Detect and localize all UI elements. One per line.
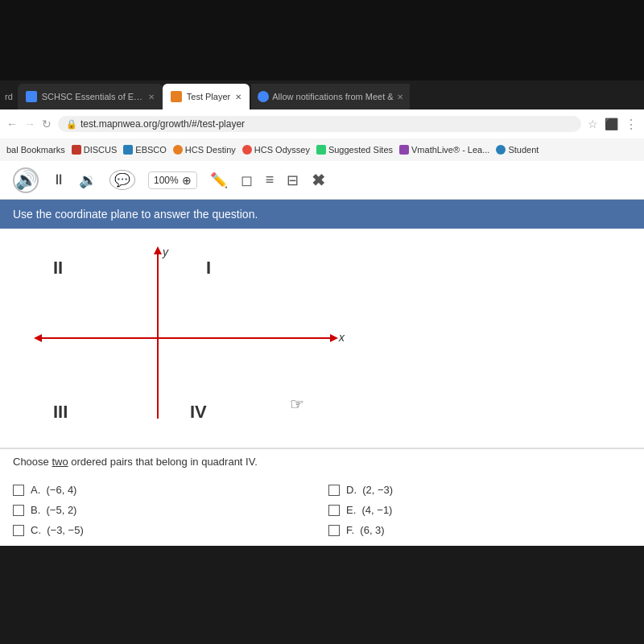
pencil-icon[interactable]: ✏️	[210, 171, 228, 189]
nav-refresh-icon[interactable]: ↻	[42, 118, 52, 130]
tab-notification-close[interactable]: ✕	[397, 93, 403, 101]
bookmark-vmathlive[interactable]: VmathLive® - Lea...	[399, 145, 489, 155]
bookmark-student-icon	[496, 145, 506, 155]
svg-marker-3	[330, 334, 338, 342]
tab-notification-label: Allow notifications from Meet &	[272, 92, 393, 101]
bookmark-star-icon[interactable]: ☆	[588, 118, 598, 130]
checkbox-E[interactable]	[328, 505, 340, 516]
tab-testplayer[interactable]: Test Player ✕	[163, 84, 250, 109]
tab-schsc-label: SCHSC Essentials of English 2	[42, 92, 143, 101]
bookmark-hcs-destiny-label: HCS Destiny	[185, 145, 236, 155]
lock-icon: 🔒	[66, 119, 77, 130]
bookmark-student[interactable]: Student	[496, 145, 539, 155]
tab-schsc-favicon	[26, 91, 37, 102]
top-dark-area	[0, 0, 644, 80]
checkbox-C[interactable]	[13, 525, 24, 536]
choice-B: B. (−5, 2)	[13, 504, 316, 516]
nav-back-icon[interactable]: ←	[6, 118, 18, 130]
question-body-suffix: ordered pairs that belong in quadrant IV…	[68, 456, 258, 468]
quadrant-II-label: II	[53, 258, 63, 279]
eraser-icon[interactable]: ◻	[241, 171, 253, 189]
y-axis-label: y	[162, 246, 169, 258]
choice-A-label: A. (−6, 4)	[31, 484, 76, 496]
choice-B-label: B. (−5, 2)	[31, 504, 76, 516]
bookmark-discus[interactable]: DISCUS	[72, 145, 118, 155]
bookmark-bookmarks-label: bal Bookmarks	[6, 145, 65, 155]
bookmark-discus-icon	[72, 145, 81, 155]
choice-E: E. (4, −1)	[328, 504, 631, 516]
bookmark-hcs-odyssey-icon	[242, 145, 252, 155]
bookmark-suggested-sites-icon	[316, 145, 326, 155]
tab-testplayer-favicon	[171, 91, 182, 102]
bookmark-student-label: Student	[508, 145, 539, 155]
checkbox-B[interactable]	[13, 505, 24, 516]
close-x-icon[interactable]: ✖	[312, 171, 325, 190]
choice-C: C. (−3, −5)	[13, 524, 316, 536]
choice-F: F. (6, 3)	[328, 524, 631, 536]
x-axis-label: x	[338, 331, 345, 344]
choices-left-col: A. (−6, 4) B. (−5, 2) C. (−3, −5)	[13, 484, 316, 536]
checkbox-D[interactable]	[328, 485, 340, 496]
bookmark-bookmarks[interactable]: bal Bookmarks	[6, 145, 65, 155]
bookmark-suggested-sites-label: Suggested Sites	[328, 145, 393, 155]
url-input[interactable]	[80, 118, 573, 130]
tab-notification-favicon	[258, 91, 269, 102]
content-area: Use the coordinate plane to answer the q…	[0, 200, 644, 546]
tab-bar: rd SCHSC Essentials of English 2 ✕ Test …	[0, 80, 644, 109]
grid-icon[interactable]: ⊟	[287, 171, 299, 189]
menu-icon[interactable]: ⋮	[625, 117, 638, 132]
bookmark-suggested-sites[interactable]: Suggested Sites	[316, 145, 393, 155]
coordinate-plane: y x II I III IV	[29, 242, 367, 435]
zoom-value: 100%	[154, 175, 179, 186]
question-body-prefix: Choose	[13, 456, 52, 468]
extensions-icon[interactable]: ⬛	[605, 118, 618, 130]
question-header-text: Use the coordinate plane to answer the q…	[13, 208, 258, 221]
zoom-plus-icon[interactable]: ⊕	[182, 174, 192, 187]
choice-C-label: C. (−3, −5)	[31, 524, 84, 536]
tab-schsc-close[interactable]: ✕	[148, 93, 155, 101]
bookmark-hcs-destiny-icon	[173, 145, 183, 155]
bookmark-hcs-odyssey-label: HCS Odyssey	[254, 145, 310, 155]
choice-F-label: F. (6, 3)	[346, 524, 385, 536]
bookmark-ebsco-icon	[123, 145, 133, 155]
quadrant-III-label: III	[53, 402, 68, 423]
pause-icon[interactable]: ⏸	[52, 171, 66, 188]
tab-notification[interactable]: Allow notifications from Meet & ✕	[251, 84, 409, 109]
browser-chrome: rd SCHSC Essentials of English 2 ✕ Test …	[0, 80, 644, 161]
question-body-underline: two	[52, 456, 68, 468]
svg-marker-4	[34, 334, 42, 342]
bookmark-ebsco[interactable]: EBSCO	[123, 145, 167, 155]
tab-testplayer-close[interactable]: ✕	[235, 93, 242, 101]
checkbox-A[interactable]	[13, 485, 24, 496]
question-header: Use the coordinate plane to answer the q…	[0, 200, 644, 229]
svg-marker-1	[154, 246, 162, 254]
nav-forward-icon[interactable]: →	[24, 118, 35, 130]
address-bar: ← → ↻ 🔒 ☆ ⬛ ⋮	[0, 109, 644, 138]
tab-label-rd: rd	[0, 84, 18, 109]
bookmark-discus-label: DISCUS	[84, 145, 118, 155]
audio-icon[interactable]: 🔊	[13, 167, 39, 193]
bookmark-vmathlive-icon	[399, 145, 409, 155]
bookmark-hcs-destiny[interactable]: HCS Destiny	[173, 145, 236, 155]
comment-icon[interactable]: 💬	[109, 170, 135, 190]
bookmark-vmathlive-label: VmathLive® - Lea...	[411, 145, 489, 155]
choices-right-col: D. (2, −3) E. (4, −1) F. (6, 3)	[328, 484, 631, 536]
answer-choices: A. (−6, 4) B. (−5, 2) C. (−3, −5) D. (2,…	[0, 474, 644, 546]
question-text-area: Choose two ordered pairs that belong in …	[0, 448, 644, 474]
choice-D-label: D. (2, −3)	[346, 484, 393, 496]
tab-testplayer-label: Test Player	[187, 92, 230, 101]
choice-D: D. (2, −3)	[328, 484, 631, 496]
checkbox-F[interactable]	[328, 525, 340, 536]
volume-icon[interactable]: 🔉	[79, 171, 97, 189]
coordinate-plane-container: y x II I III IV	[0, 229, 644, 448]
quadrant-IV-label: IV	[190, 402, 207, 423]
zoom-control[interactable]: 100% ⊕	[148, 171, 197, 189]
test-toolbar: 🔊 ⏸ 🔉 💬 100% ⊕ ✏️ ◻ ≡ ⊟ ✖	[0, 161, 644, 200]
quadrant-I-label: I	[206, 258, 211, 279]
bookmark-ebsco-label: EBSCO	[135, 145, 167, 155]
tab-schsc[interactable]: SCHSC Essentials of English 2 ✕	[18, 84, 163, 109]
choice-E-label: E. (4, −1)	[346, 504, 392, 516]
lines-icon[interactable]: ≡	[266, 171, 275, 188]
bookmark-hcs-odyssey[interactable]: HCS Odyssey	[242, 145, 310, 155]
bookmarks-bar: bal Bookmarks DISCUS EBSCO HCS Destiny H…	[0, 138, 644, 161]
